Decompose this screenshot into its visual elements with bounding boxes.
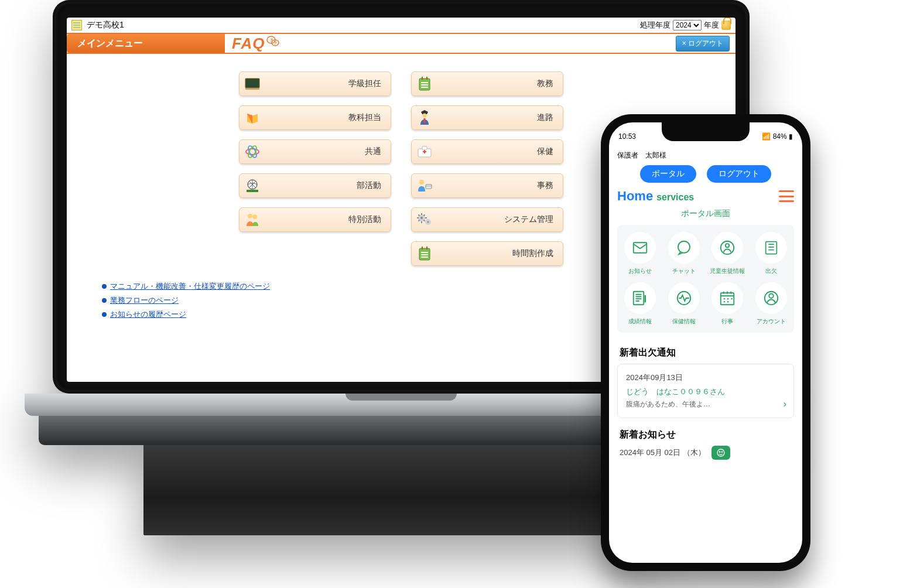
portal-icon-label: 成績情報 bbox=[628, 317, 652, 326]
menu-保健[interactable]: 保健 bbox=[411, 139, 563, 164]
svg-rect-5 bbox=[245, 88, 259, 90]
svg-point-48 bbox=[719, 452, 720, 452]
portal-icon-成績情報[interactable]: 成績情報 bbox=[624, 282, 656, 326]
attendance-card[interactable]: 2024年09月13日 じどう はなこ００９６さん 腹痛があるため、午後よ… › bbox=[617, 364, 794, 418]
portal-icon-label: 保健情報 bbox=[672, 317, 696, 326]
portal-icon-保健情報[interactable]: 保健情報 bbox=[668, 282, 700, 326]
svg-point-47 bbox=[717, 449, 724, 456]
portal-icon-お知らせ[interactable]: お知らせ bbox=[624, 232, 656, 275]
menu-icon bbox=[416, 110, 433, 126]
menu-label: 教科担当 bbox=[348, 112, 381, 123]
svg-rect-42 bbox=[634, 292, 644, 305]
svg-point-40 bbox=[726, 244, 729, 247]
menu-label: 教務 bbox=[537, 78, 553, 89]
year-select[interactable]: 2024 bbox=[673, 20, 702, 30]
menu-教務[interactable]: 教務 bbox=[411, 71, 563, 96]
mobile-app: 10:53 📶 84% ▮ 保護者 太郎様 ポータル ログアウト Home se… bbox=[601, 114, 810, 571]
menu-label: システム管理 bbox=[504, 214, 553, 225]
portal-icon-チャット[interactable]: チャット bbox=[668, 232, 700, 275]
svg-rect-24 bbox=[426, 184, 432, 189]
menu-特別活動[interactable]: 特別活動 bbox=[239, 207, 391, 232]
portal-icon-glyph bbox=[624, 232, 656, 264]
portal-icon-label: 行事 bbox=[721, 317, 733, 326]
svg-text:?: ? bbox=[270, 37, 273, 43]
svg-rect-9 bbox=[421, 87, 428, 88]
faq-link[interactable]: FAQ ?? bbox=[232, 35, 280, 53]
menu-label: 進路 bbox=[537, 112, 553, 123]
portal-icon-glyph bbox=[711, 282, 743, 314]
menu-icon bbox=[416, 211, 433, 228]
menu-icon bbox=[244, 211, 261, 228]
svg-rect-35 bbox=[422, 247, 423, 249]
hamburger-menu-icon[interactable] bbox=[779, 190, 794, 202]
svg-point-30 bbox=[427, 221, 429, 223]
portal-icon-glyph bbox=[711, 232, 743, 264]
menu-部活動[interactable]: 部活動 bbox=[239, 173, 391, 198]
svg-rect-10 bbox=[422, 77, 423, 80]
attendance-message: 腹痛があるため、午後よ… bbox=[626, 399, 757, 409]
svg-point-14 bbox=[246, 149, 259, 155]
menu-学級担任[interactable]: 学級担任 bbox=[239, 71, 391, 96]
menu-label: 共通 bbox=[365, 146, 381, 157]
menu-進路[interactable]: 進路 bbox=[411, 105, 563, 130]
portal-icon-label: 児童生徒情報 bbox=[710, 267, 745, 275]
menu-教科担当[interactable]: 教科担当 bbox=[239, 105, 391, 130]
menu-共通[interactable]: 共通 bbox=[239, 139, 391, 164]
svg-rect-37 bbox=[634, 242, 647, 253]
menu-label: 学級担任 bbox=[348, 78, 381, 89]
portal-icon-glyph bbox=[668, 282, 700, 314]
portal-icon-glyph bbox=[624, 282, 656, 314]
svg-rect-8 bbox=[421, 84, 428, 86]
status-battery: 📶 84% ▮ bbox=[762, 132, 793, 141]
svg-point-46 bbox=[769, 294, 774, 299]
svg-rect-18 bbox=[422, 146, 427, 150]
lock-icon[interactable] bbox=[721, 20, 731, 30]
portal-icon-glyph bbox=[755, 232, 787, 264]
portal-icon-label: お知らせ bbox=[628, 267, 652, 275]
logout-button[interactable]: × ログアウト bbox=[676, 36, 730, 52]
svg-point-25 bbox=[248, 214, 252, 218]
svg-rect-13 bbox=[424, 118, 426, 123]
portal-icon-アカウント[interactable]: アカウント bbox=[755, 282, 787, 326]
svg-rect-20 bbox=[424, 150, 425, 153]
svg-rect-22 bbox=[247, 190, 258, 192]
portal-icon-label: アカウント bbox=[757, 317, 786, 326]
svg-point-12 bbox=[423, 114, 427, 118]
brand-logo: Home services bbox=[617, 189, 694, 204]
menu-label: 保健 bbox=[537, 146, 553, 157]
portal-icon-label: チャット bbox=[672, 267, 696, 275]
svg-rect-34 bbox=[421, 257, 428, 258]
menu-事務[interactable]: 事務 bbox=[411, 173, 563, 198]
menu-icon bbox=[416, 177, 433, 194]
svg-rect-36 bbox=[426, 247, 427, 249]
status-time: 10:53 bbox=[618, 132, 636, 141]
portal-icon-行事[interactable]: 行事 bbox=[711, 282, 743, 326]
portal-icon-児童生徒情報[interactable]: 児童生徒情報 bbox=[710, 232, 745, 275]
svg-rect-33 bbox=[421, 254, 428, 255]
svg-text:?: ? bbox=[274, 41, 277, 45]
year-suffix: 年度 bbox=[704, 20, 719, 30]
news-badge-icon bbox=[711, 446, 730, 460]
svg-point-23 bbox=[419, 180, 424, 184]
year-prefix: 処理年度 bbox=[640, 20, 670, 30]
menu-時間割作成[interactable]: 時間割作成 bbox=[411, 241, 563, 266]
section-news-title: 新着お知らせ bbox=[620, 429, 792, 441]
portal-icon-出欠[interactable]: 出欠 bbox=[755, 232, 787, 275]
attendance-student: じどう はなこ００９６さん bbox=[626, 387, 785, 397]
menu-label: 時間割作成 bbox=[512, 248, 553, 259]
school-name: デモ高校1 bbox=[87, 20, 124, 30]
menu-icon bbox=[244, 177, 261, 194]
portal-button[interactable]: ポータル bbox=[640, 165, 696, 183]
faq-bubble-icon: ?? bbox=[266, 35, 280, 49]
menu-icon bbox=[416, 76, 433, 92]
logout-button-mobile[interactable]: ログアウト bbox=[707, 165, 771, 183]
section-attendance-title: 新着出欠通知 bbox=[620, 347, 792, 359]
page-title: メインメニュー bbox=[67, 34, 225, 53]
menu-システム管理[interactable]: システム管理 bbox=[411, 207, 563, 232]
portal-heading: ポータル画面 bbox=[617, 208, 794, 219]
menu-icon bbox=[244, 76, 261, 92]
svg-point-26 bbox=[252, 214, 257, 219]
svg-point-49 bbox=[721, 452, 722, 452]
menu-label: 部活動 bbox=[357, 180, 381, 191]
menu-label: 事務 bbox=[537, 180, 553, 191]
